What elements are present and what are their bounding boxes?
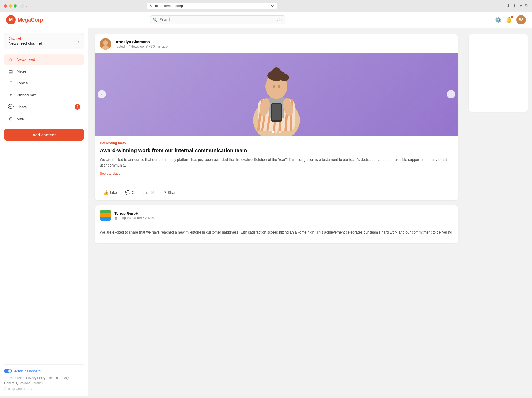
post-body-1: Interesting facts Award-winning work fro… bbox=[95, 136, 458, 185]
general-questions-link[interactable]: General Questions bbox=[4, 381, 30, 385]
close-button[interactable] bbox=[4, 4, 7, 8]
security-icon: 🛡 bbox=[150, 4, 154, 8]
sidebar-item-label: Chats bbox=[17, 105, 27, 109]
sidebar-item-more[interactable]: ⊙ More bbox=[4, 113, 84, 125]
post-card-2: Tchop GmbH @tchop via Twitter • 2 Nov We… bbox=[95, 205, 458, 243]
browser-actions: ⬇ ⬆ + ⧉ bbox=[507, 3, 528, 8]
post-author-avatar-1 bbox=[100, 38, 111, 50]
sidebar-item-mixes[interactable]: ▤ Mixes bbox=[4, 65, 84, 77]
like-button[interactable]: 👍 Like bbox=[100, 188, 121, 197]
see-translation-link[interactable]: See translation bbox=[100, 171, 453, 175]
channel-selector[interactable]: Channel News feed channel ▾ bbox=[4, 33, 84, 49]
imprint-link[interactable]: Imprint bbox=[49, 376, 59, 380]
post-body-2: We are excited to share that we have rea… bbox=[95, 224, 458, 243]
chats-badge: 2 bbox=[75, 104, 80, 110]
new-tab-icon[interactable]: + bbox=[520, 3, 522, 8]
sidebar-item-label: News feed bbox=[17, 57, 35, 62]
add-content-button[interactable]: Add content bbox=[4, 129, 84, 141]
post-title: Award-winning work from our internal com… bbox=[100, 147, 453, 154]
sidebar-item-label: Mixes bbox=[17, 69, 27, 74]
main-layout: Channel News feed channel ▾ ⌂ News feed … bbox=[0, 28, 532, 396]
post-image-carousel: ‹ › bbox=[95, 53, 458, 136]
logo-name: MegaCorp bbox=[18, 17, 43, 23]
traffic-lights bbox=[4, 4, 17, 8]
sidebar-item-topics[interactable]: # Topics bbox=[4, 77, 84, 89]
home-icon: ⌂ bbox=[8, 57, 14, 62]
admin-dashboard-link[interactable]: Admin dashboard bbox=[4, 369, 84, 373]
forward-icon[interactable]: › bbox=[30, 4, 31, 8]
more-actions-icon[interactable]: ··· bbox=[449, 190, 453, 196]
carousel-dots bbox=[272, 131, 281, 133]
search-icon: 🔍 bbox=[153, 18, 157, 22]
carousel-dot-3[interactable] bbox=[279, 131, 281, 133]
notification-icon[interactable]: 🔔 bbox=[506, 17, 512, 23]
post-meta-1: Posted in "Newsroom" • 30 min ago bbox=[114, 44, 168, 48]
minimize-button[interactable] bbox=[9, 4, 12, 8]
mixes-icon: ▤ bbox=[8, 68, 14, 74]
comments-button[interactable]: 💬 Comments 26 bbox=[122, 188, 158, 197]
post-author-avatar-2 bbox=[100, 210, 111, 221]
chevron-down-small-icon: ▾ bbox=[41, 381, 43, 385]
sidebar: Channel News feed channel ▾ ⌂ News feed … bbox=[0, 28, 88, 396]
tabs-icon[interactable]: ⧉ bbox=[525, 3, 528, 8]
url-text: tchop.io/megacorp bbox=[155, 4, 183, 8]
share-icon: ↗ bbox=[163, 190, 166, 195]
sidebar-item-pinned-mix[interactable]: ✦ Pinned mix bbox=[4, 89, 84, 101]
chevron-down-icon: ▾ bbox=[78, 39, 79, 43]
pin-icon: ✦ bbox=[8, 92, 14, 98]
settings-icon[interactable]: ⚙️ bbox=[495, 17, 502, 23]
post-card-1: Brooklyn Simmons Posted in "Newsroom" • … bbox=[95, 34, 458, 200]
notification-badge bbox=[511, 16, 513, 18]
sidebar-item-label: More bbox=[17, 117, 25, 121]
carousel-next-button[interactable]: › bbox=[447, 90, 455, 98]
content-area: Brooklyn Simmons Posted in "Newsroom" • … bbox=[88, 28, 464, 396]
back-icon[interactable]: ‹ bbox=[26, 4, 28, 8]
post-actions-1: 👍 Like 💬 Comments 26 ↗ Share ··· bbox=[95, 185, 458, 200]
post-text: We are thrilled to announce that our com… bbox=[100, 157, 453, 168]
post-author-name-1: Brooklyn Simmons bbox=[114, 39, 168, 44]
privacy-link[interactable]: Privacy Policy bbox=[26, 376, 46, 380]
share-button[interactable]: ↗ Share bbox=[159, 188, 181, 197]
share-browser-icon[interactable]: ⬆ bbox=[513, 3, 516, 8]
right-panel bbox=[464, 28, 532, 396]
logo-icon: M bbox=[6, 15, 16, 24]
download-icon[interactable]: ⬇ bbox=[507, 3, 510, 8]
svg-point-16 bbox=[272, 67, 281, 76]
more-icon: ⊙ bbox=[8, 116, 14, 122]
sidebar-toggle-icon[interactable]: ⬜ bbox=[20, 4, 24, 8]
address-bar[interactable]: 🛡 tchop.io/megacorp ↻ bbox=[147, 3, 277, 9]
search-bar[interactable]: 🔍 ⌘ F bbox=[150, 15, 285, 24]
svg-point-18 bbox=[278, 85, 280, 88]
carousel-dot-2[interactable] bbox=[275, 131, 277, 133]
sidebar-footer: Admin dashboard Terms of Use Privacy Pol… bbox=[4, 364, 84, 391]
hashtag-icon: # bbox=[8, 80, 14, 86]
sidebar-item-chats[interactable]: 💬 Chats 2 bbox=[4, 101, 84, 113]
svg-point-17 bbox=[273, 85, 275, 88]
app-header: M MegaCorp 🔍 ⌘ F ⚙️ 🔔 BS bbox=[0, 12, 532, 28]
admin-dashboard-label: Admin dashboard bbox=[14, 369, 41, 373]
terms-link[interactable]: Terms of Use bbox=[4, 376, 23, 380]
svg-point-15 bbox=[280, 74, 289, 81]
footer-more-link[interactable]: More ▾ bbox=[34, 381, 43, 385]
browser-navigation: ⬜ ‹ › bbox=[20, 4, 31, 8]
post-author-info-1: Brooklyn Simmons Posted in "Newsroom" • … bbox=[114, 39, 168, 48]
carousel-dot-1[interactable] bbox=[272, 131, 274, 133]
search-input[interactable] bbox=[150, 15, 285, 24]
search-shortcut: ⌘ F bbox=[277, 18, 283, 22]
sidebar-item-news-feed[interactable]: ⌂ News feed bbox=[4, 54, 84, 65]
carousel-prev-button[interactable]: ‹ bbox=[98, 90, 106, 98]
svg-rect-20 bbox=[272, 104, 281, 120]
channel-label: Channel bbox=[9, 37, 42, 41]
copyright: © tchop GmbH 2017 bbox=[4, 387, 84, 391]
post-image bbox=[95, 53, 458, 136]
logo[interactable]: M MegaCorp bbox=[6, 15, 43, 24]
faq-link[interactable]: FAQ bbox=[62, 376, 69, 380]
user-avatar[interactable]: BS bbox=[516, 15, 526, 24]
header-actions: ⚙️ 🔔 BS bbox=[495, 15, 526, 24]
post-header-2: Tchop GmbH @tchop via Twitter • 2 Nov bbox=[95, 205, 458, 224]
chat-icon: 💬 bbox=[8, 104, 14, 110]
post-author-name-2: Tchop GmbH bbox=[114, 211, 154, 215]
post-text-2: We are excited to share that we have rea… bbox=[100, 229, 453, 235]
reload-icon[interactable]: ↻ bbox=[271, 4, 274, 8]
maximize-button[interactable] bbox=[14, 4, 17, 8]
